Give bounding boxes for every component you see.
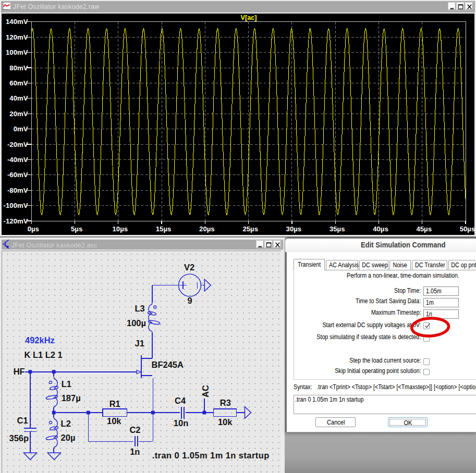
svg-text:40µs: 40µs [373,225,388,233]
svg-text:0µs: 0µs [28,225,39,233]
svg-text:80mV: 80mV [9,64,28,72]
svg-text:C2: C2 [129,425,140,434]
svg-text:492kHz: 492kHz [25,335,55,345]
svg-text:AC: AC [201,385,210,397]
svg-text:R1: R1 [109,399,120,408]
svg-text:10n: 10n [174,418,188,428]
svg-text:45µs: 45µs [416,225,432,233]
svg-text:-100mV: -100mV [4,202,28,209]
svg-text:20mV: 20mV [9,110,28,118]
svg-text:35µs: 35µs [329,225,345,233]
svg-text:V[ac]: V[ac] [241,14,257,21]
svg-text:R3: R3 [220,398,231,407]
svg-text:20µ: 20µ [61,433,76,442]
svg-text:-80mV: -80mV [7,186,28,194]
svg-text:HF: HF [14,367,25,376]
svg-text:C1: C1 [17,416,28,425]
svg-text:100µ: 100µ [127,318,146,328]
svg-text:50µs: 50µs [460,225,475,233]
svg-text:5µs: 5µs [71,225,82,233]
svg-text:15µs: 15µs [156,225,172,233]
svg-text:-40mV: -40mV [7,156,28,164]
svg-text:10k: 10k [107,416,121,426]
svg-text:-120mV: -120mV [4,217,28,225]
svg-text:-60mV: -60mV [7,171,28,179]
svg-text:120mV: 120mV [6,33,28,41]
svg-text:9: 9 [188,296,192,305]
svg-text:30µs: 30µs [286,225,302,233]
svg-text:V2: V2 [184,263,194,272]
svg-text:K L1 L2 1: K L1 L2 1 [24,350,62,359]
svg-text:140mV: 140mV [6,18,28,26]
svg-text:60mV: 60mV [9,79,28,87]
svg-text:L2: L2 [61,419,71,428]
svg-text:100mV: 100mV [6,48,28,56]
svg-text:40mV: 40mV [9,94,28,102]
svg-text:10k: 10k [218,417,233,427]
svg-text:L1: L1 [62,379,71,389]
svg-text:187µ: 187µ [62,393,81,403]
svg-text:L3: L3 [135,304,145,313]
svg-text:-20mV: -20mV [7,141,28,148]
svg-text:J1: J1 [135,339,144,348]
svg-text:BF245A: BF245A [152,360,184,369]
svg-text:25µs: 25µs [242,225,258,233]
svg-text:1n: 1n [130,447,140,456]
svg-text:0mV: 0mV [14,125,28,133]
svg-text:.tran 0 1.05m 1m 1n startup: .tran 0 1.05m 1m 1n startup [152,451,270,460]
svg-text:356p: 356p [9,433,29,443]
svg-text:C4: C4 [175,396,186,405]
svg-text:20µs: 20µs [199,225,215,233]
svg-text:10µs: 10µs [112,225,128,233]
